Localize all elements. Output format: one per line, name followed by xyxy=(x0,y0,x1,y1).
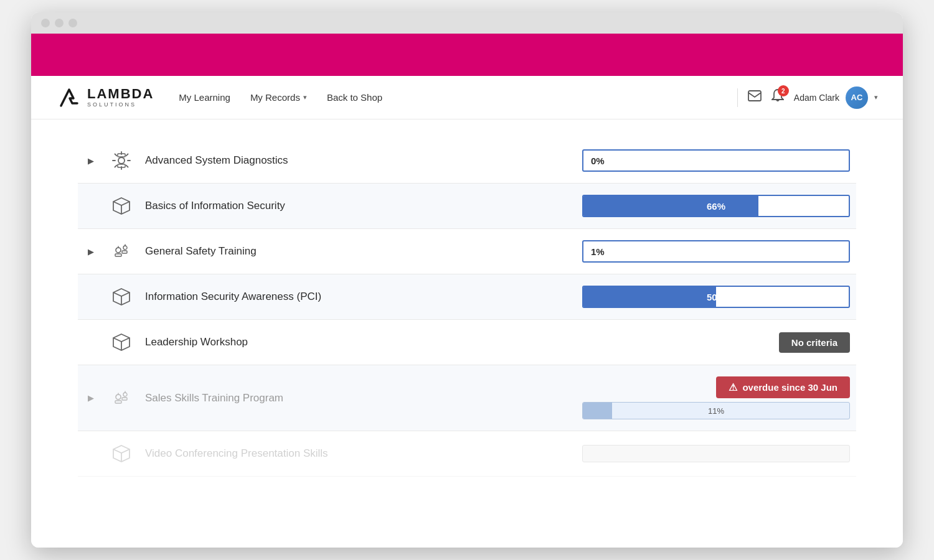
avatar: AC xyxy=(846,86,868,109)
box-icon xyxy=(112,197,131,215)
browser-window: LAMBDA SOLUTIONS My Learning My Records … xyxy=(31,12,903,548)
svg-rect-2 xyxy=(118,164,125,167)
progress-bar-advanced: 0% xyxy=(582,149,850,172)
chevron-down-icon: ▾ xyxy=(303,93,307,101)
main-content: ▶ Advanced System Diagnostics 0% xyxy=(31,119,903,548)
svg-rect-12 xyxy=(115,401,121,403)
browser-dot-red xyxy=(41,19,50,27)
course-icon-sales xyxy=(110,387,133,409)
browser-dot-green xyxy=(68,19,77,27)
progress-label-safety: 1% xyxy=(583,246,849,257)
progress-area-video xyxy=(582,445,850,462)
no-criteria-badge: No criteria xyxy=(779,332,850,353)
user-info[interactable]: Adam Clark AC ▾ xyxy=(794,86,878,109)
course-icon-advanced xyxy=(110,149,133,172)
progress-bar-basics: 66% xyxy=(582,195,850,217)
nav-my-records[interactable]: My Records ▾ xyxy=(250,92,307,103)
course-icon-leadership xyxy=(110,331,133,353)
user-chevron-icon: ▾ xyxy=(874,93,878,101)
gear-double-icon xyxy=(111,241,131,261)
bell-icon-btn[interactable]: 2 xyxy=(771,89,784,106)
nav-divider xyxy=(737,88,738,107)
progress-bar-sales-small: 11% xyxy=(582,402,850,419)
course-row: ▶ Sales Skills Training Program ⚠ xyxy=(78,365,856,431)
progress-area-advanced: 0% xyxy=(582,149,850,172)
notification-badge: 2 xyxy=(778,85,789,96)
progress-area-safety: 1% xyxy=(582,240,850,263)
logo-text: LAMBDA SOLUTIONS xyxy=(87,86,154,108)
top-bar xyxy=(31,34,903,76)
message-icon-btn[interactable] xyxy=(748,90,762,105)
svg-point-5 xyxy=(123,246,127,250)
overdue-label: overdue since 30 Jun xyxy=(742,382,837,393)
course-row: Information Security Awareness (PCI) 50% xyxy=(78,274,856,320)
progress-fill-pci xyxy=(583,287,716,307)
course-name-sales: Sales Skills Training Program xyxy=(145,392,570,404)
overdue-badge: ⚠ overdue since 30 Jun xyxy=(716,376,850,398)
progress-fill-basics xyxy=(583,196,758,216)
progress-bar-pci: 50% xyxy=(582,286,850,308)
course-name-video: Video Conferencing Presentation Skills xyxy=(145,447,570,460)
course-name-safety: General Safety Training xyxy=(145,245,570,258)
course-icon-video xyxy=(110,442,133,465)
course-name-basics: Basics of Information Security xyxy=(145,200,570,212)
nav-back-to-shop[interactable]: Back to Shop xyxy=(327,92,382,103)
gear-gray-icon xyxy=(111,388,131,408)
box-icon-4 xyxy=(112,444,131,463)
navbar: LAMBDA SOLUTIONS My Learning My Records … xyxy=(31,76,903,119)
nav-my-records-label: My Records xyxy=(250,92,300,103)
gear-icon xyxy=(111,151,131,170)
svg-point-10 xyxy=(116,394,121,399)
svg-point-11 xyxy=(123,393,127,396)
box-icon-3 xyxy=(112,333,131,352)
course-name-pci: Information Security Awareness (PCI) xyxy=(145,291,570,303)
svg-point-4 xyxy=(116,248,121,253)
nav-my-learning[interactable]: My Learning xyxy=(179,92,230,103)
course-row: Leadership Workshop No criteria xyxy=(78,320,856,365)
expand-btn-advanced[interactable]: ▶ xyxy=(84,154,98,167)
svg-point-1 xyxy=(118,157,125,164)
logo[interactable]: LAMBDA SOLUTIONS xyxy=(56,85,154,111)
svg-rect-3 xyxy=(118,154,125,157)
warning-icon: ⚠ xyxy=(729,381,737,393)
progress-label-advanced: 0% xyxy=(583,156,849,166)
course-name-advanced: Advanced System Diagnostics xyxy=(145,154,570,167)
course-name-leadership: Leadership Workshop xyxy=(145,336,570,348)
box-icon-2 xyxy=(112,287,131,306)
expand-btn-safety[interactable]: ▶ xyxy=(84,245,98,258)
progress-area-leadership: No criteria xyxy=(582,332,850,353)
browser-dot-yellow xyxy=(55,19,64,27)
nav-links: My Learning My Records ▾ Back to Shop xyxy=(179,92,712,103)
svg-rect-13 xyxy=(122,398,127,400)
progress-bar-video xyxy=(582,445,850,462)
course-row: ▶ General Safety Training 1% xyxy=(78,229,856,274)
expand-btn-sales[interactable]: ▶ xyxy=(84,391,98,405)
logo-icon xyxy=(56,85,82,111)
svg-rect-6 xyxy=(115,254,121,256)
course-list: ▶ Advanced System Diagnostics 0% xyxy=(78,138,856,477)
course-row-video: Video Conferencing Presentation Skills xyxy=(78,431,856,477)
progress-label-sales: 11% xyxy=(583,406,849,416)
browser-chrome xyxy=(31,12,903,34)
logo-solutions: SOLUTIONS xyxy=(87,102,154,108)
logo-lambda: LAMBDA xyxy=(87,86,154,101)
svg-rect-0 xyxy=(748,91,761,101)
course-row: ▶ Advanced System Diagnostics 0% xyxy=(78,138,856,184)
course-icon-pci xyxy=(110,286,133,308)
envelope-icon xyxy=(748,90,762,101)
progress-area-pci: 50% xyxy=(582,286,850,308)
course-row: Basics of Information Security 66% xyxy=(78,184,856,229)
progress-bar-safety: 1% xyxy=(582,240,850,263)
progress-area-basics: 66% xyxy=(582,195,850,217)
user-name: Adam Clark xyxy=(794,93,839,103)
svg-rect-7 xyxy=(122,251,127,253)
course-icon-basics xyxy=(110,195,133,217)
nav-right: 2 Adam Clark AC ▾ xyxy=(737,86,878,109)
progress-area-sales: ⚠ overdue since 30 Jun 11% xyxy=(582,376,850,419)
course-icon-safety xyxy=(110,240,133,263)
